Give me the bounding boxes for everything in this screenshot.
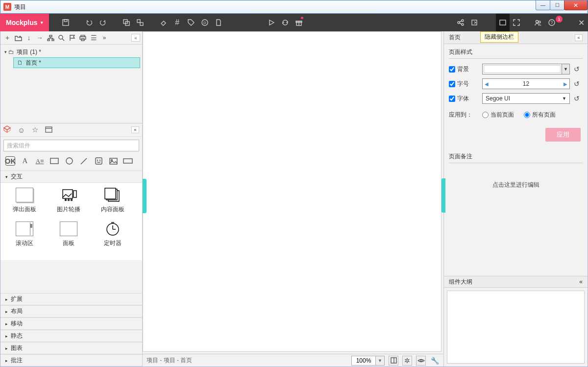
line-shape-icon[interactable] xyxy=(79,157,89,165)
comp-carousel[interactable]: 图片轮播 xyxy=(47,188,91,214)
play-icon[interactable] xyxy=(265,14,278,31)
emoji-tab-icon[interactable]: ☺ xyxy=(18,126,25,134)
sync-icon[interactable] xyxy=(278,14,292,31)
down-icon[interactable]: ↓ xyxy=(24,33,34,43)
right-icon[interactable]: → xyxy=(35,33,45,43)
flag-icon[interactable] xyxy=(67,33,77,43)
fontsize-spinner[interactable]: ◀12▶ xyxy=(482,78,570,89)
radio-current[interactable]: 当前页面 xyxy=(482,111,514,119)
undo-icon[interactable] xyxy=(82,14,96,31)
brand-menu[interactable]: Mockplus xyxy=(0,14,49,31)
section-page-style: 页面样式 xyxy=(444,44,588,58)
components-tab-icon[interactable] xyxy=(3,125,11,134)
text-shape-icon[interactable]: A xyxy=(20,157,30,165)
comp-timer[interactable]: 定时器 xyxy=(91,221,135,247)
left-handle[interactable] xyxy=(143,179,147,213)
svg-point-19 xyxy=(539,21,540,23)
apply-button[interactable]: 应用 xyxy=(545,128,581,142)
svg-point-52 xyxy=(71,199,73,201)
canvas[interactable] xyxy=(143,31,441,352)
font-checkbox[interactable]: 字体 xyxy=(449,95,478,103)
outline-body[interactable] xyxy=(447,291,585,364)
collapse-right-icon[interactable]: « xyxy=(575,34,583,41)
category-extend[interactable]: ▸扩展 xyxy=(0,293,142,305)
fontsize-reset-icon[interactable]: ↺ xyxy=(574,80,583,88)
sitemap-icon[interactable] xyxy=(46,33,55,43)
zoom-input[interactable] xyxy=(351,356,376,366)
circle-shape-icon[interactable] xyxy=(64,157,74,165)
tree-page[interactable]: 🗋首页 * xyxy=(13,57,140,68)
svg-rect-55 xyxy=(105,188,116,199)
fontsize-checkbox[interactable]: 字号 xyxy=(449,80,478,88)
ungroup-icon[interactable] xyxy=(133,14,147,31)
fit-icon[interactable] xyxy=(389,356,398,366)
canvas-area: 项目 - 项目 - 首页 ▼ ✲ 🔧 xyxy=(143,31,443,367)
memo-editor[interactable]: 点击这里进行编辑 xyxy=(444,166,588,204)
category-layout[interactable]: ▸布局 xyxy=(0,305,142,318)
collapse-outline-icon[interactable]: « xyxy=(579,278,583,285)
settings-icon[interactable]: 🔧 xyxy=(430,356,440,366)
share-icon[interactable] xyxy=(454,14,467,31)
favorites-tab-icon[interactable]: ☆ xyxy=(32,125,38,134)
font-reset-icon[interactable]: ↺ xyxy=(574,95,583,102)
comp-content[interactable]: 内容面板 xyxy=(91,188,135,214)
eye-icon[interactable] xyxy=(416,356,426,366)
category-mobile[interactable]: ▸移动 xyxy=(0,318,142,330)
fullscreen-icon[interactable] xyxy=(510,14,523,31)
toggle-sidebar-icon[interactable] xyxy=(496,14,510,31)
notification-badge[interactable]: 1 xyxy=(556,16,563,23)
comp-popup[interactable]: 弹出面板 xyxy=(2,188,47,214)
maximize-button[interactable]: ☐ xyxy=(550,0,564,10)
grid-icon[interactable]: # xyxy=(171,14,184,31)
image-shape-icon[interactable] xyxy=(108,158,118,165)
demo-d-icon[interactable]: D xyxy=(198,14,212,31)
category-interact[interactable]: ▾交互 xyxy=(0,171,142,183)
folder-add-icon[interactable] xyxy=(13,33,23,43)
list-icon[interactable]: ☰ xyxy=(89,33,98,43)
print-icon[interactable] xyxy=(78,33,88,43)
collapse-components-icon[interactable]: « xyxy=(131,126,139,133)
category-static[interactable]: ▸静态 xyxy=(0,330,142,342)
minimize-button[interactable]: ― xyxy=(536,0,550,10)
svg-text:?: ? xyxy=(550,20,553,25)
bg-checkbox[interactable]: 背景 xyxy=(449,65,478,73)
smiley-shape-icon[interactable] xyxy=(94,157,103,165)
gift-icon[interactable] xyxy=(292,14,306,31)
close-button[interactable]: ✕ xyxy=(564,0,588,10)
rect-shape-icon[interactable] xyxy=(49,158,59,164)
more-icon[interactable]: » xyxy=(99,33,109,43)
right-handle[interactable] xyxy=(441,178,445,213)
radio-all[interactable]: 所有页面 xyxy=(524,111,556,119)
category-chart[interactable]: ▸图表 xyxy=(0,342,142,354)
bg-reset-icon[interactable]: ↺ xyxy=(574,65,583,73)
svg-rect-24 xyxy=(49,35,52,37)
svg-rect-42 xyxy=(96,158,102,164)
group-icon[interactable] xyxy=(120,14,133,31)
team-icon[interactable] xyxy=(531,14,545,31)
category-annotation[interactable]: ▸批注 xyxy=(0,354,142,367)
search-icon[interactable] xyxy=(56,33,66,43)
svg-point-31 xyxy=(59,35,63,39)
tree-root[interactable]: ▾🗀项目 (1) * xyxy=(2,47,140,57)
collapse-tree-icon[interactable]: « xyxy=(131,34,140,42)
add-icon[interactable]: + xyxy=(2,33,12,43)
my-tab-icon[interactable] xyxy=(45,126,52,134)
eraser-icon[interactable] xyxy=(157,14,171,31)
zoom-dropdown-icon[interactable]: ▼ xyxy=(376,356,385,366)
highlight-icon[interactable]: ✲ xyxy=(402,356,412,366)
input-shape-icon[interactable] xyxy=(123,158,133,164)
tag-icon[interactable] xyxy=(184,14,198,31)
redo-icon[interactable] xyxy=(96,14,110,31)
button-shape-icon[interactable]: OK xyxy=(5,156,15,166)
comp-scroll[interactable]: 滚动区 xyxy=(2,221,47,247)
save-icon[interactable] xyxy=(59,14,73,31)
comp-panel[interactable]: 面板 xyxy=(47,221,91,247)
font-select[interactable]: Segoe UI▼ xyxy=(482,93,570,104)
page-icon[interactable] xyxy=(212,14,225,31)
bg-color-picker[interactable]: ▼ xyxy=(482,64,570,74)
close-panel-icon[interactable]: ✕ xyxy=(574,14,588,31)
window-title: 项目 xyxy=(14,3,26,11)
textline-shape-icon[interactable]: A≡ xyxy=(35,157,45,165)
search-input[interactable] xyxy=(3,140,139,151)
export-icon[interactable] xyxy=(467,14,481,31)
